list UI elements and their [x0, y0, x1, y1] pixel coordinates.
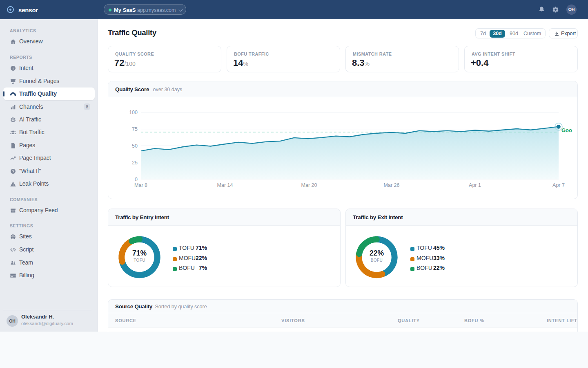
svg-text:Apr 7: Apr 7: [552, 182, 565, 188]
svg-text:22%: 22%: [370, 249, 384, 257]
svg-text:Mar 26: Mar 26: [384, 182, 400, 188]
svg-text:100: 100: [129, 110, 138, 115]
svg-text:50: 50: [132, 143, 138, 149]
svg-text:Mar 8: Mar 8: [134, 182, 147, 188]
svg-text:Mar 20: Mar 20: [301, 182, 317, 188]
svg-text:71%: 71%: [132, 249, 147, 257]
svg-text:Goo: Goo: [561, 127, 572, 133]
svg-text:BOFU: BOFU: [371, 258, 383, 263]
svg-text:TOFU: TOFU: [134, 258, 145, 263]
svg-text:Mar 14: Mar 14: [217, 182, 233, 188]
svg-text:25: 25: [132, 160, 138, 166]
svg-text:Apr 1: Apr 1: [469, 182, 481, 188]
svg-text:75: 75: [132, 126, 138, 132]
svg-text:0: 0: [135, 177, 138, 182]
